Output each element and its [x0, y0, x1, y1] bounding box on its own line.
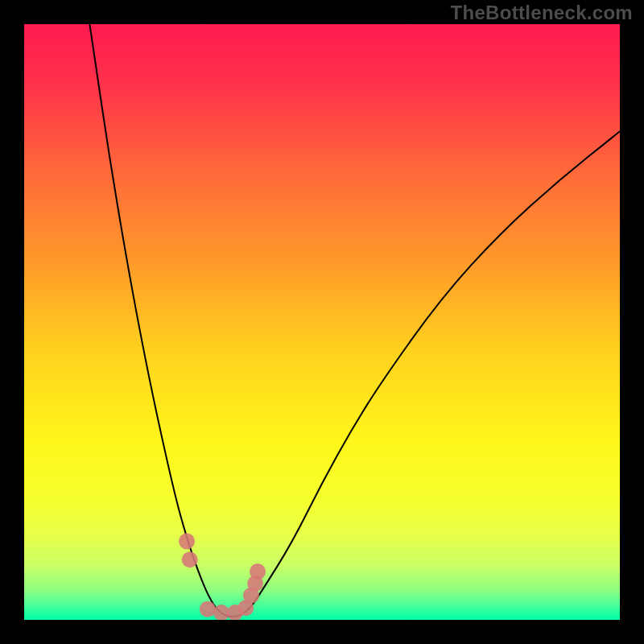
marker-point: [200, 601, 216, 617]
curve-layer: [24, 24, 620, 620]
marker-point: [250, 564, 266, 580]
chart-container: TheBottleneck.com: [0, 0, 644, 644]
marker-group: [179, 533, 266, 620]
plot-area: [24, 24, 620, 620]
watermark-text: TheBottleneck.com: [451, 2, 633, 24]
bottleneck-curve: [89, 24, 620, 617]
marker-point: [182, 551, 198, 568]
marker-point: [179, 533, 195, 549]
